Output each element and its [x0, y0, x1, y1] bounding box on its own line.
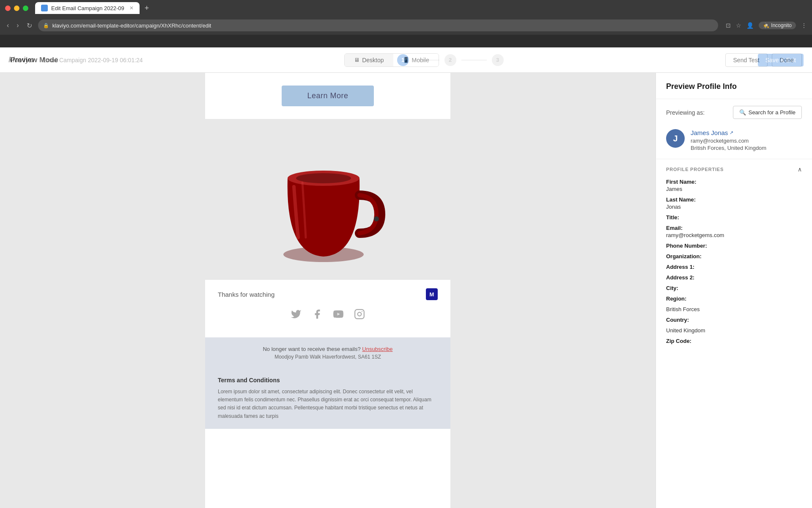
preview-body: Learn More [0, 73, 812, 508]
search-profile-label: Search for a Profile [749, 109, 796, 116]
incognito-icon: 🕵 [763, 22, 769, 28]
first-name-value: James [666, 186, 802, 192]
svg-point-2 [296, 173, 351, 183]
mug-image-section [205, 119, 450, 280]
external-link-icon: ↗ [730, 130, 733, 135]
back-button[interactable]: ‹ [5, 20, 11, 31]
footer-section: Thanks for watching M [205, 280, 450, 337]
title-label: Title: [666, 214, 802, 221]
url-text: klaviyo.com/email-template-editor/campai… [52, 22, 211, 29]
property-phone: Phone Number: [666, 243, 802, 249]
step-2: 2 [444, 54, 456, 66]
email-top-section: Learn More [205, 73, 450, 119]
email-value: ramy@rocketgems.com [666, 232, 802, 238]
property-first-name: First Name: James [666, 179, 802, 192]
terms-title: Terms and Conditions [218, 377, 438, 384]
browser-titlebar: Edit Email Campaign 2022-09 ✕ + [0, 0, 812, 16]
panel-title: Preview Profile Info [666, 82, 802, 91]
property-last-name: Last Name: Jonas [666, 196, 802, 210]
svg-point-6 [362, 311, 362, 312]
property-zip: Zip Code: [666, 338, 802, 344]
browser-actions: ⊡ ☆ 👤 🕵 Incognito ⋮ [726, 22, 807, 29]
mug-image [260, 127, 395, 271]
property-email: Email: ramy@rocketgems.com [666, 225, 802, 238]
region-label: Region: [666, 295, 802, 302]
footer-top: Thanks for watching M [218, 288, 438, 300]
browser-tab[interactable]: Edit Email Campaign 2022-09 ✕ [35, 2, 140, 14]
browser-toolbar: ‹ › ↻ 🔒 klaviyo.com/email-template-edito… [0, 16, 812, 35]
social-icons [291, 309, 365, 322]
unsubscribe-section: No longer want to receive these emails? … [205, 337, 450, 368]
profile-card: J James Jonas ↗ ramy@rocketgems.com Brit… [656, 124, 812, 159]
terms-section: Terms and Conditions Lorem ipsum dolor s… [205, 368, 450, 429]
email-preview-area[interactable]: Learn More [0, 73, 656, 508]
incognito-badge: 🕵 Incognito [759, 22, 796, 29]
profile-location: British Forces, United Kingdom [691, 145, 802, 151]
zip-label: Zip Code: [666, 338, 802, 344]
step-line-2 [461, 60, 487, 61]
new-tab-button[interactable]: + [145, 4, 149, 13]
svg-point-5 [358, 312, 362, 316]
unsubscribe-link[interactable]: Unsubscribe [362, 346, 392, 352]
save-exit-button[interactable]: Save & Exit [758, 54, 804, 66]
cast-icon[interactable]: ⊡ [726, 22, 731, 29]
footer-thanks-text: Thanks for watching [218, 291, 274, 298]
panel-header: Preview Profile Info [656, 73, 812, 99]
email-label: Email: [666, 225, 802, 231]
property-british-forces: British Forces [666, 306, 802, 312]
unsubscribe-text: No longer want to receive these emails? [263, 346, 360, 352]
app-header: klaviyo Email Campaign 2022-09-19 06:01:… [0, 47, 812, 73]
avatar: J [666, 129, 685, 148]
property-organization: Organization: [666, 253, 802, 260]
tab-close-button[interactable]: ✕ [129, 5, 134, 11]
klaviyo-logo: klaviyo [8, 55, 34, 64]
last-name-label: Last Name: [666, 196, 802, 203]
tab-favicon [41, 5, 48, 11]
united-kingdom-value: United Kingdom [666, 327, 802, 334]
menu-icon[interactable]: ⋮ [801, 22, 807, 29]
step-3: 3 [492, 54, 504, 66]
properties-header: PROFILE PROPERTIES ∧ [666, 159, 802, 179]
search-icon: 🔍 [739, 109, 746, 116]
profile-name[interactable]: James Jonas ↗ [691, 129, 802, 136]
property-united-kingdom: United Kingdom [666, 327, 802, 334]
country-label: Country: [666, 317, 802, 323]
previewing-label: Previewing as: [666, 109, 705, 116]
twitter-icon[interactable] [291, 309, 302, 322]
maximize-dot[interactable] [23, 6, 28, 11]
forward-button[interactable]: › [15, 20, 20, 31]
previewing-as-row: Previewing as: 🔍 Search for a Profile [656, 99, 812, 124]
step-1: 1 [397, 54, 409, 66]
email-content: Learn More [205, 73, 450, 508]
tab-title: Edit Email Campaign 2022-09 [51, 5, 124, 11]
phone-label: Phone Number: [666, 243, 802, 249]
header-actions: Save & Exit [758, 54, 804, 66]
right-panel: Preview Profile Info Previewing as: 🔍 Se… [656, 73, 812, 508]
property-city: City: [666, 285, 802, 291]
learn-more-button[interactable]: Learn More [282, 86, 373, 106]
profile-icon[interactable]: 👤 [746, 22, 754, 29]
chevron-up-icon[interactable]: ∧ [798, 166, 802, 173]
address1-label: Address 1: [666, 264, 802, 270]
search-profile-button[interactable]: 🔍 Search for a Profile [733, 106, 802, 119]
reload-button[interactable]: ↻ [25, 20, 34, 31]
property-title: Title: [666, 214, 802, 221]
step-line-1 [414, 60, 439, 61]
profile-info: James Jonas ↗ ramy@rocketgems.com Britis… [691, 129, 802, 151]
youtube-icon[interactable] [333, 309, 344, 322]
address2-label: Address 2: [666, 274, 802, 281]
british-forces-value: British Forces [666, 306, 802, 312]
properties-title: PROFILE PROPERTIES [666, 167, 724, 172]
terms-text: Lorem ipsum dolor sit amet, consectetur … [218, 388, 438, 420]
organization-label: Organization: [666, 253, 802, 260]
footer-logo: M [426, 288, 438, 300]
facebook-icon[interactable] [312, 309, 323, 322]
svg-rect-4 [355, 309, 364, 319]
property-country: Country: [666, 317, 802, 323]
close-dot[interactable] [5, 6, 11, 11]
instagram-icon[interactable] [354, 309, 365, 322]
minimize-dot[interactable] [14, 6, 19, 11]
star-icon[interactable]: ☆ [736, 22, 741, 29]
profile-properties: PROFILE PROPERTIES ∧ First Name: James L… [656, 159, 812, 348]
address-bar[interactable]: 🔒 klaviyo.com/email-template-editor/camp… [38, 19, 719, 31]
